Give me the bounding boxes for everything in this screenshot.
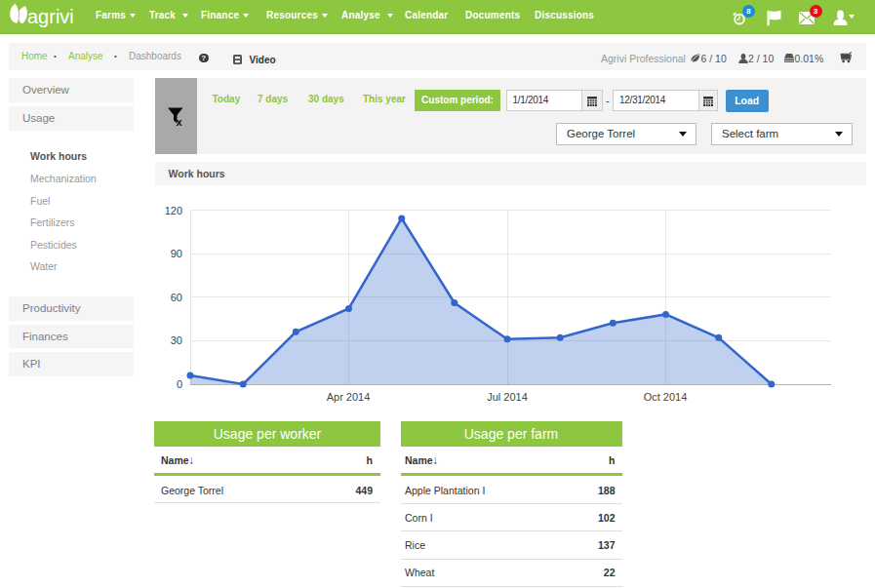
svg-text:60: 60 — [171, 292, 182, 303]
svg-text:Apr 2014: Apr 2014 — [327, 391, 371, 403]
svg-text:30: 30 — [171, 334, 182, 346]
svg-text:120: 120 — [165, 205, 182, 216]
svg-text:Oct 2014: Oct 2014 — [644, 391, 688, 403]
svg-text:90: 90 — [171, 248, 182, 259]
svg-text:0: 0 — [177, 378, 182, 390]
svg-text:x: x — [177, 116, 183, 127]
svg-text:Jul 2014: Jul 2014 — [487, 391, 528, 403]
